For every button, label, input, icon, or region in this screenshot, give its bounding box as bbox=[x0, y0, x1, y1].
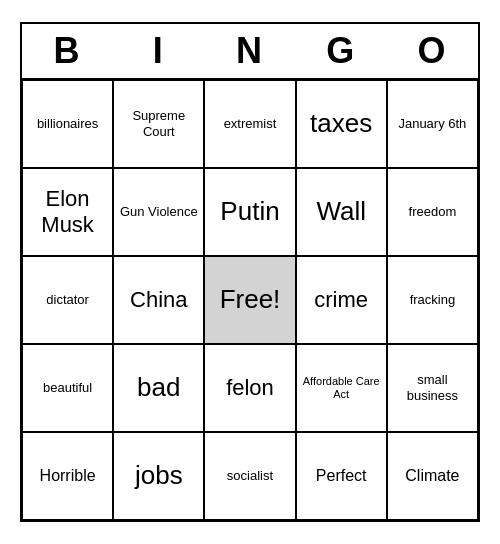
cell-text: Horrible bbox=[40, 466, 96, 485]
bingo-cell: bad bbox=[113, 344, 204, 432]
bingo-cell: fracking bbox=[387, 256, 478, 344]
header-letter: B bbox=[22, 24, 113, 78]
cell-text: taxes bbox=[310, 108, 372, 139]
cell-text: Elon Musk bbox=[27, 186, 108, 239]
bingo-cell: Elon Musk bbox=[22, 168, 113, 256]
bingo-cell: billionaires bbox=[22, 80, 113, 168]
bingo-cell: freedom bbox=[387, 168, 478, 256]
bingo-cell: Affordable Care Act bbox=[296, 344, 387, 432]
bingo-cell: extremist bbox=[204, 80, 295, 168]
bingo-card: BINGO billionairesSupreme Courtextremist… bbox=[20, 22, 480, 522]
cell-text: felon bbox=[226, 375, 274, 401]
bingo-cell: socialist bbox=[204, 432, 295, 520]
bingo-header: BINGO bbox=[22, 24, 478, 80]
header-letter: G bbox=[296, 24, 387, 78]
cell-text: crime bbox=[314, 287, 368, 313]
bingo-cell: small business bbox=[387, 344, 478, 432]
bingo-cell: crime bbox=[296, 256, 387, 344]
header-letter: O bbox=[387, 24, 478, 78]
bingo-grid: billionairesSupreme CourtextremisttaxesJ… bbox=[22, 80, 478, 520]
bingo-cell: dictator bbox=[22, 256, 113, 344]
cell-text: socialist bbox=[227, 468, 273, 484]
cell-text: dictator bbox=[46, 292, 89, 308]
cell-text: freedom bbox=[409, 204, 457, 220]
cell-text: China bbox=[130, 287, 187, 313]
bingo-cell: taxes bbox=[296, 80, 387, 168]
bingo-cell: Climate bbox=[387, 432, 478, 520]
cell-text: extremist bbox=[224, 116, 277, 132]
cell-text: Putin bbox=[220, 196, 279, 227]
bingo-cell: felon bbox=[204, 344, 295, 432]
cell-text: small business bbox=[392, 372, 473, 403]
bingo-cell: Putin bbox=[204, 168, 295, 256]
bingo-cell: Gun Violence bbox=[113, 168, 204, 256]
bingo-cell: Free! bbox=[204, 256, 295, 344]
cell-text: Free! bbox=[220, 284, 281, 315]
cell-text: Perfect bbox=[316, 466, 367, 485]
cell-text: fracking bbox=[410, 292, 456, 308]
bingo-cell: China bbox=[113, 256, 204, 344]
cell-text: Wall bbox=[316, 196, 366, 227]
cell-text: Affordable Care Act bbox=[301, 375, 382, 401]
bingo-cell: January 6th bbox=[387, 80, 478, 168]
cell-text: beautiful bbox=[43, 380, 92, 396]
bingo-cell: Wall bbox=[296, 168, 387, 256]
header-letter: N bbox=[204, 24, 295, 78]
cell-text: Supreme Court bbox=[118, 108, 199, 139]
cell-text: bad bbox=[137, 372, 180, 403]
cell-text: billionaires bbox=[37, 116, 98, 132]
cell-text: January 6th bbox=[398, 116, 466, 132]
bingo-cell: Horrible bbox=[22, 432, 113, 520]
bingo-cell: Supreme Court bbox=[113, 80, 204, 168]
bingo-cell: Perfect bbox=[296, 432, 387, 520]
cell-text: Gun Violence bbox=[120, 204, 198, 220]
cell-text: Climate bbox=[405, 466, 459, 485]
header-letter: I bbox=[113, 24, 204, 78]
bingo-cell: jobs bbox=[113, 432, 204, 520]
bingo-cell: beautiful bbox=[22, 344, 113, 432]
cell-text: jobs bbox=[135, 460, 183, 491]
